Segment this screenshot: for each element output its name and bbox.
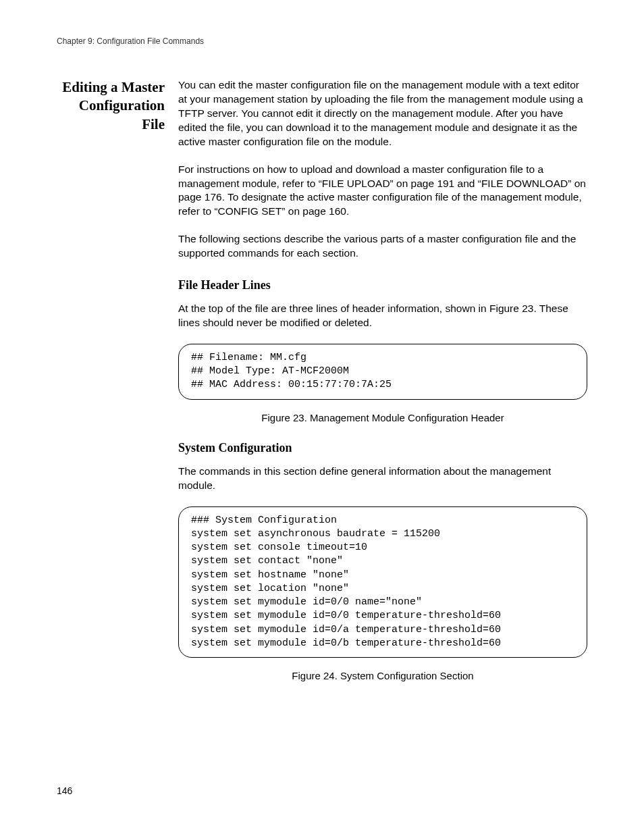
body-paragraph: The commands in this section define gene… bbox=[178, 465, 587, 493]
subheading-file-header-lines: File Header Lines bbox=[178, 278, 587, 292]
section-title: Editing a Master Configuration File bbox=[57, 78, 165, 134]
body-paragraph: For instructions on how to upload and do… bbox=[178, 163, 587, 219]
figure-caption: Figure 23. Management Module Configurati… bbox=[178, 412, 587, 423]
chapter-header: Chapter 9: Configuration File Commands bbox=[57, 36, 587, 46]
body-paragraph: The following sections describe the vari… bbox=[178, 232, 587, 261]
code-block-system-configuration: ### System Configuration system set asyn… bbox=[178, 506, 587, 658]
figure-caption: Figure 24. System Configuration Section bbox=[178, 670, 587, 681]
subheading-system-configuration: System Configuration bbox=[178, 441, 587, 455]
page-number: 146 bbox=[57, 785, 72, 796]
body-paragraph: At the top of the file are three lines o… bbox=[178, 302, 587, 330]
body-paragraph: You can edit the master configuration fi… bbox=[178, 78, 587, 149]
code-block-header-lines: ## Filename: MM.cfg ## Model Type: AT-MC… bbox=[178, 344, 587, 400]
